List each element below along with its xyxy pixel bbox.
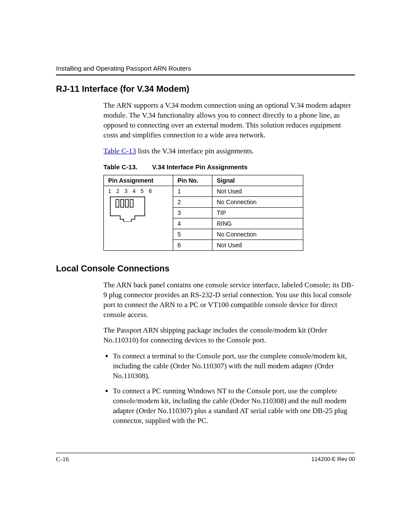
pin-no-cell: 6 — [173, 240, 212, 250]
svg-rect-0 — [116, 199, 119, 207]
rj11-paragraph-1: The ARN supports a V.34 modem connection… — [103, 101, 355, 140]
page-footer: C-16 114200-E Rev 00 — [56, 453, 355, 463]
header-rule — [56, 75, 355, 75]
console-paragraph-1: The ARN back panel contains one console … — [103, 280, 355, 320]
rj11-diagram-cell: 1 2 3 4 5 6 — [104, 186, 173, 250]
pin-no-cell: 2 — [173, 196, 212, 207]
svg-rect-3 — [130, 199, 133, 207]
pin-no-cell: 4 — [173, 218, 212, 229]
document-number: 114200-E Rev 00 — [311, 456, 355, 463]
signal-cell: RING — [212, 218, 303, 229]
section-heading-rj11: RJ-11 Interface (for V.34 Modem) — [56, 84, 355, 94]
console-bullet-list: To connect a terminal to the Console por… — [103, 352, 355, 426]
col-header-pin-no: Pin No. — [173, 175, 212, 186]
rj11-paragraph-2: Table C-13 lists the V.34 interface pin … — [103, 146, 355, 156]
list-item: To connect a PC running Windows NT to th… — [113, 386, 355, 426]
page-number: C-16 — [56, 456, 69, 463]
table-caption: Table C-13. V.34 Interface Pin Assignmen… — [103, 163, 355, 171]
svg-rect-2 — [125, 199, 128, 207]
signal-cell: Not Used — [212, 240, 303, 250]
rj11-jack-icon — [108, 196, 147, 222]
col-header-pin-assignment: Pin Assignment — [104, 175, 173, 186]
pin-assignment-table: Pin Assignment Pin No. Signal 1 2 3 4 5 … — [103, 175, 303, 251]
table-c13-link[interactable]: Table C-13 — [103, 147, 136, 155]
table-row: 1 2 3 4 5 6 1 Not Used — [104, 186, 303, 196]
signal-cell: Not Used — [212, 186, 303, 196]
col-header-signal: Signal — [212, 175, 303, 186]
table-caption-title: V.34 Interface Pin Assignments — [152, 163, 247, 171]
signal-cell: No Connection — [212, 196, 303, 207]
pin-no-cell: 1 — [173, 186, 212, 196]
signal-cell: TIP — [212, 207, 303, 218]
table-caption-number: Table C-13. — [103, 163, 137, 171]
rj11-paragraph-2-rest: lists the V.34 interface pin assignments… — [136, 147, 254, 155]
section-heading-console: Local Console Connections — [56, 264, 355, 274]
console-paragraph-2: The Passport ARN shipping package includ… — [103, 326, 355, 345]
running-header: Installing and Operating Passport ARN Ro… — [56, 65, 355, 72]
rj11-pin-labels: 1 2 3 4 5 6 — [108, 188, 168, 194]
table-header-row: Pin Assignment Pin No. Signal — [104, 175, 303, 186]
signal-cell: No Connection — [212, 229, 303, 240]
pin-no-cell: 3 — [173, 207, 212, 218]
svg-rect-1 — [121, 199, 124, 207]
list-item: To connect a terminal to the Console por… — [113, 352, 355, 381]
footer-rule — [56, 453, 355, 453]
pin-no-cell: 5 — [173, 229, 212, 240]
